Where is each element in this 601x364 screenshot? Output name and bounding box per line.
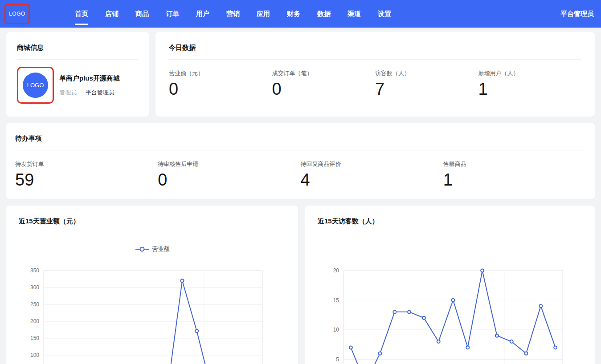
nav-item-settings[interactable]: 设置	[369, 0, 400, 28]
today-data-card: 今日数据 营业额（元） 0 成交订单（笔） 0 访客数（人） 7 新增用户（人）…	[155, 32, 595, 117]
logo-text: LOGO	[9, 11, 25, 17]
stat-value: 0	[272, 81, 376, 98]
stat-label: 营业额（元）	[169, 69, 272, 77]
svg-text:250: 250	[30, 301, 39, 307]
mall-text: 单商户plus开源商城 管理员 平台管理员	[59, 74, 120, 97]
main-nav: 首页 店铺 商品 订单 用户 营销 应用 财务 数据 渠道 设置	[66, 0, 400, 28]
stat-label: 售罄商品	[443, 160, 586, 168]
navbar-logo annotation-box[interactable]: LOGO	[4, 4, 30, 24]
stat-label: 新增用户（人）	[478, 69, 582, 77]
stat-value: 59	[15, 171, 158, 189]
stat-value: 0	[158, 171, 300, 189]
divider	[169, 59, 581, 60]
dashboard-content: 商城信息 LOGO 单商户plus开源商城 管理员 平台管理员 今日数据	[0, 28, 601, 364]
stat-pending-delivery[interactable]: 待发货订单 59	[15, 160, 158, 189]
nav-item-label: 数据	[317, 10, 331, 18]
today-stats-row: 营业额（元） 0 成交订单（笔） 0 访客数（人） 7 新增用户（人） 1	[169, 69, 581, 98]
stat-pending-aftersale[interactable]: 待审核售后申请 0	[158, 160, 300, 189]
svg-text:200: 200	[30, 318, 39, 324]
stat-value: 7	[375, 81, 478, 98]
visitors-chart-card: 近15天访客数（人） 05101520	[305, 206, 595, 364]
card-title: 商城信息	[17, 32, 139, 52]
nav-item-label: 店铺	[105, 10, 119, 18]
mall-info-card: 商城信息 LOGO 单商户plus开源商城 管理员 平台管理员	[6, 32, 149, 117]
stat-label: 待审核售后申请	[158, 160, 300, 168]
stat-completed-orders: 成交订单（笔） 0	[272, 69, 376, 98]
svg-text:10: 10	[333, 327, 339, 333]
nav-item-orders[interactable]: 订单	[157, 0, 188, 28]
stat-pending-reviews[interactable]: 待回复商品评价 4	[301, 160, 443, 189]
divider	[15, 150, 586, 150]
active-tab-underline	[75, 24, 88, 25]
role-label: 管理员	[59, 89, 77, 96]
stat-value: 0	[169, 81, 272, 98]
divider	[17, 59, 139, 60]
nav-item-label: 商品	[135, 10, 149, 18]
svg-text:100: 100	[30, 352, 39, 358]
nav-item-channel[interactable]: 渠道	[339, 0, 369, 28]
nav-item-goods[interactable]: 商品	[127, 0, 157, 28]
svg-text:5: 5	[336, 356, 339, 363]
nav-item-home[interactable]: 首页	[66, 0, 97, 28]
svg-text:300: 300	[30, 284, 39, 291]
nav-item-label: 应用	[257, 10, 270, 18]
nav-item-label: 设置	[378, 10, 391, 18]
nav-item-label: 财务	[287, 10, 300, 18]
stat-new-users: 新增用户（人） 1	[478, 69, 582, 98]
user-menu[interactable]: 平台管理员	[560, 10, 594, 18]
top-navbar: LOGO 首页 店铺 商品 订单 用户 营销 应用 财务 数据 渠道 设置 平台…	[0, 0, 601, 28]
stat-label: 待发货订单	[15, 160, 158, 168]
stat-label: 访客数（人）	[375, 69, 478, 77]
card-title: 今日数据	[169, 32, 581, 52]
svg-text:350: 350	[30, 267, 39, 274]
stat-value: 1	[478, 81, 582, 98]
nav-item-label: 首页	[75, 10, 88, 18]
annotation-box: LOGO	[17, 67, 54, 104]
turnover-chart-card: 近15天营业额（元） 营业额 050100150200250300350	[6, 206, 298, 364]
nav-item-apps[interactable]: 应用	[248, 0, 278, 28]
nav-item-data[interactable]: 数据	[309, 0, 339, 28]
stat-label: 待回复商品评价	[301, 160, 443, 168]
visitors-line-chart: 05101520	[305, 206, 595, 364]
role-value: 平台管理员	[86, 89, 114, 96]
svg-text:150: 150	[30, 335, 39, 341]
card-title: 待办事项	[15, 123, 586, 143]
stat-value: 4	[301, 171, 443, 189]
nav-item-finance[interactable]: 财务	[278, 0, 309, 28]
mall-roles: 管理员 平台管理员	[59, 89, 120, 97]
todo-stats-row: 待发货订单 59 待审核售后申请 0 待回复商品评价 4 售罄商品 1	[15, 160, 586, 189]
stat-soldout-goods[interactable]: 售罄商品 1	[443, 160, 586, 189]
nav-item-store[interactable]: 店铺	[97, 0, 127, 28]
stat-label: 成交订单（笔）	[272, 69, 376, 77]
stat-visitors: 访客数（人） 7	[375, 69, 478, 98]
nav-item-marketing[interactable]: 营销	[218, 0, 248, 28]
stat-value: 1	[443, 171, 586, 189]
svg-text:20: 20	[333, 267, 339, 274]
nav-item-users[interactable]: 用户	[188, 0, 218, 28]
stat-turnover: 营业额（元） 0	[169, 69, 272, 98]
turnover-line-chart: 050100150200250300350	[6, 206, 298, 364]
nav-item-label: 用户	[196, 10, 209, 18]
nav-item-label: 营销	[226, 10, 240, 18]
nav-item-label: 订单	[166, 10, 179, 18]
svg-text:15: 15	[333, 297, 339, 303]
avatar-text: LOGO	[27, 82, 44, 89]
mall-info-row: LOGO 单商户plus开源商城 管理员 平台管理员	[17, 67, 139, 104]
mall-name: 单商户plus开源商城	[59, 74, 120, 83]
nav-item-label: 渠道	[348, 10, 361, 18]
todo-card: 待办事项 待发货订单 59 待审核售后申请 0 待回复商品评价 4 售罄商品 1	[6, 123, 595, 199]
mall-logo-avatar[interactable]: LOGO	[23, 73, 48, 98]
